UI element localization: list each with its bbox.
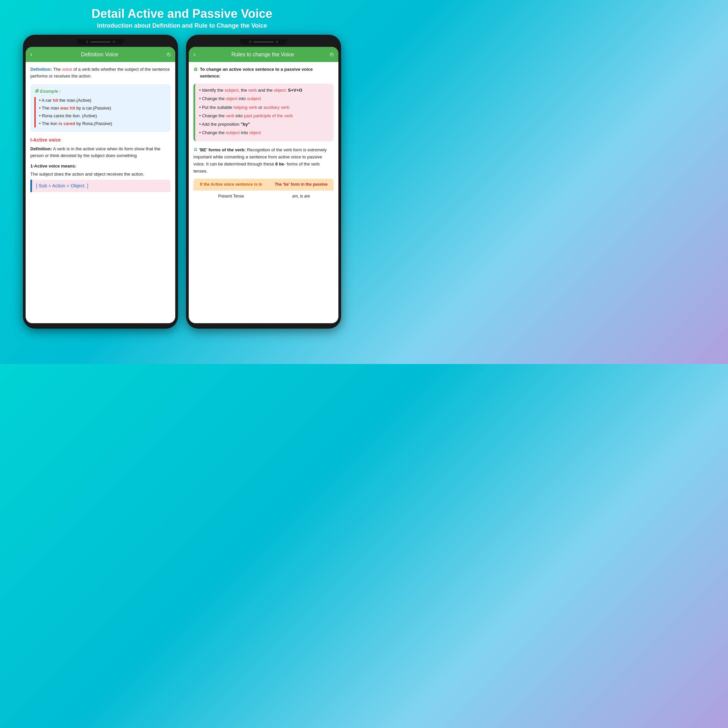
right-share-button[interactable]: ⎋ (330, 51, 334, 58)
by-preposition: "by" (241, 122, 250, 127)
verb-word: verb (248, 88, 257, 93)
recycle-icon: ♻ (34, 88, 39, 95)
rule-3: Put the suitable helping verb or auxilia… (199, 104, 330, 111)
left-phone: ‹ Definition Voice ⎋ Definition: The voi… (23, 35, 178, 329)
definition-label: Definition: (30, 67, 52, 72)
phones-container: ‹ Definition Voice ⎋ Definition: The voi… (3, 35, 361, 329)
example-item-2: The man was hit by a car.(Passive) (39, 105, 167, 112)
left-app-header: ‹ Definition Voice ⎋ (26, 47, 175, 62)
object-word3: object (249, 130, 261, 135)
phone-notch-right (240, 39, 287, 45)
example-list: A car hit the man.(Active) The man was h… (34, 97, 167, 127)
right-screen: ‹ Rules to change the Voice ⎋ ♻ To chang… (189, 47, 338, 323)
example-item-1: A car hit the man.(Active) (39, 97, 167, 104)
speaker-left (90, 41, 110, 43)
table-col2-header: The 'be' form in the passive (269, 179, 334, 190)
rule-1: Identify the subject, the verb and the o… (199, 87, 330, 94)
helping-verb: helping verb (233, 105, 257, 110)
example-item-3: Rona cares the lion. (Active) (39, 113, 167, 119)
verb-word2: verb (226, 113, 234, 118)
recycle-icon-right: ♻ (193, 66, 198, 73)
right-phone: ‹ Rules to change the Voice ⎋ ♻ To chang… (186, 35, 341, 329)
rule-6: Change the subject into object (199, 129, 330, 136)
past-participle: past participle of the verb (244, 113, 293, 118)
right-back-button[interactable]: ‹ (193, 51, 196, 58)
right-header-title: Rules to change the Voice (231, 52, 294, 58)
was-hit-word: was hit (60, 106, 75, 110)
be-forms-bold: 8 be (275, 161, 284, 167)
example-item-4: The lion is cared by Rona.(Passive) (39, 120, 167, 127)
phone-notch-left (77, 39, 124, 45)
formula-box: [ Sub + Action + Object. ] (30, 180, 171, 193)
left-header-title: Definition Voice (81, 52, 118, 58)
object-word2: object (226, 96, 238, 101)
be-forms-label: 'BE' forms of the verb: (199, 147, 246, 152)
subject-word: subject, (225, 88, 240, 93)
object-word: object: (274, 88, 286, 93)
example-label: Example : (40, 88, 61, 95)
left-back-button[interactable]: ‹ (30, 51, 32, 58)
sub-heading: 1-Active voice means: (30, 163, 171, 170)
sub-text: The subject does the action and object r… (30, 171, 171, 177)
voice-word: voice (62, 67, 72, 72)
rules-intro-text: To change an active voice sentence to a … (200, 66, 334, 80)
voice-table: If the Active voice sentence is in The '… (193, 179, 334, 202)
left-share-button[interactable]: ⎋ (167, 51, 171, 58)
table-cell-be-form: am, is are (269, 190, 334, 202)
rule-2: Change the object into subject (199, 95, 330, 102)
subject-word2: subject (247, 96, 261, 101)
rules-intro: ♻ To change an active voice sentence to … (193, 66, 334, 80)
definition-text-before: The (53, 67, 62, 72)
camera-right2 (276, 40, 278, 43)
page-title: Detail Active and Passive Voice (92, 7, 272, 21)
rules-list: Identify the subject, the verb and the o… (199, 87, 330, 136)
camera-right (249, 40, 251, 43)
rules-list-box: Identify the subject, the verb and the o… (193, 84, 334, 141)
right-screen-content: ♻ To change an active voice sentence to … (189, 62, 338, 322)
section-heading: I-Active voice (30, 136, 171, 144)
camera-left (86, 40, 88, 43)
auxiliary-verb: auxiliary verb (263, 105, 289, 110)
section-def-label: Definition: (30, 146, 52, 151)
table-col1-header: If the Active voice sentence is in (193, 179, 269, 190)
page-subtitle: Introduction about Definition and Rule t… (97, 22, 267, 29)
recycle-icon-be: ♻ (193, 147, 198, 152)
example-title: ♻ Example : (34, 88, 167, 95)
definition-text: Definition: The voice of a verb tells wh… (30, 66, 171, 80)
rule-5: Add the preposition "by" (199, 121, 330, 128)
hit-word: hit (53, 98, 58, 103)
table-cell-tense: Present Tense (193, 190, 269, 202)
active-voice-definition: Definition: A verb is in the active voic… (30, 145, 171, 159)
table-row-1: Present Tense am, is are (193, 190, 334, 202)
be-forms-section: ♻ 'BE' forms of the verb: Recognition of… (193, 146, 334, 174)
rule-4: Change the verb into past participle of … (199, 113, 330, 119)
left-screen-content: Definition: The voice of a verb tells wh… (26, 62, 175, 322)
left-screen: ‹ Definition Voice ⎋ Definition: The voi… (26, 47, 175, 323)
right-app-header: ‹ Rules to change the Voice ⎋ (189, 47, 338, 62)
is-cared-word: is cared (59, 121, 75, 126)
camera-left2 (113, 40, 115, 43)
speaker-right (254, 41, 274, 43)
example-box: ♻ Example : A car hit the man.(Active) T… (30, 84, 171, 132)
subject-word3: subject (226, 130, 240, 135)
